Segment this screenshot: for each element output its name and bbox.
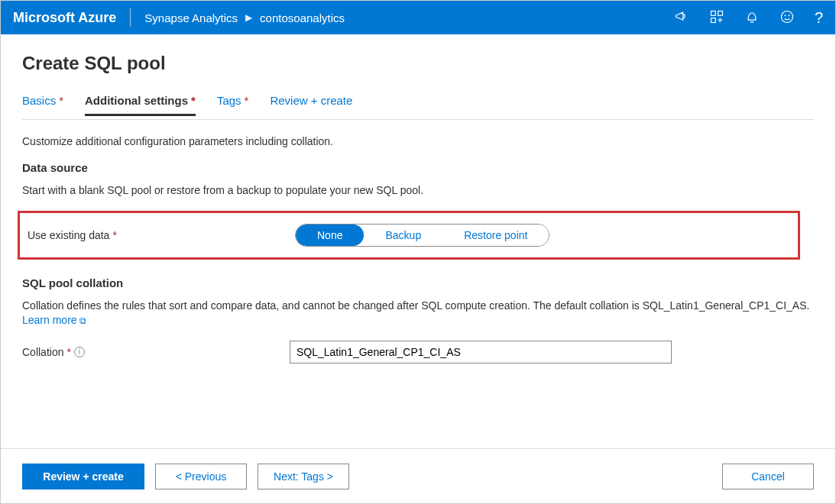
notifications-icon[interactable] xyxy=(744,9,760,27)
svg-rect-0 xyxy=(711,11,715,15)
directory-icon[interactable] xyxy=(709,9,724,27)
use-existing-data-selector: None Backup Restore point xyxy=(295,224,549,247)
svg-point-4 xyxy=(785,15,786,15)
collation-heading: SQL pool collation xyxy=(22,276,814,289)
breadcrumb: Synapse Analytics ▶ contosoanalytics xyxy=(144,11,345,24)
main-content: Create SQL pool Basics * Additional sett… xyxy=(1,34,835,448)
collation-text-body: Collation defines the rules that sort an… xyxy=(22,299,809,312)
required-marker: * xyxy=(66,346,70,358)
page-title: Create SQL pool xyxy=(22,53,814,74)
review-create-button[interactable]: Review + create xyxy=(22,464,144,489)
collation-row: Collation * i xyxy=(22,341,814,363)
option-none[interactable]: None xyxy=(296,225,364,246)
required-marker: * xyxy=(245,94,249,107)
svg-point-3 xyxy=(781,11,792,22)
svg-rect-1 xyxy=(718,11,723,15)
required-marker: * xyxy=(59,94,63,107)
use-existing-data-label: Use existing data * xyxy=(28,229,295,241)
required-marker: * xyxy=(191,94,196,107)
intro-text: Customize additional configuration param… xyxy=(22,135,814,147)
data-source-text: Start with a blank SQL pool or restore f… xyxy=(22,183,814,199)
announcements-icon[interactable] xyxy=(674,9,689,27)
feedback-icon[interactable] xyxy=(779,9,795,27)
use-existing-data-row: Use existing data * None Backup Restore … xyxy=(18,211,800,260)
tab-basics[interactable]: Basics * xyxy=(22,94,63,114)
info-icon[interactable]: i xyxy=(74,347,85,357)
breadcrumb-workspace[interactable]: contosoanalytics xyxy=(260,11,345,24)
top-bar: Microsoft Azure Synapse Analytics ▶ cont… xyxy=(1,1,835,34)
chevron-right-icon: ▶ xyxy=(245,12,252,23)
collation-text: Collation defines the rules that sort an… xyxy=(22,299,814,328)
field-label-text: Use existing data xyxy=(28,229,109,241)
previous-button[interactable]: < Previous xyxy=(155,464,247,489)
tab-additional-label: Additional settings xyxy=(85,94,188,107)
tab-tags[interactable]: Tags * xyxy=(217,94,249,114)
collation-label: Collation * i xyxy=(22,346,290,358)
collation-input[interactable] xyxy=(290,341,672,363)
divider xyxy=(130,8,131,27)
option-restore-point[interactable]: Restore point xyxy=(442,225,549,246)
wizard-footer: Review + create < Previous Next: Tags > … xyxy=(1,448,835,503)
tab-additional-settings[interactable]: Additional settings * xyxy=(85,94,196,116)
help-icon[interactable]: ? xyxy=(815,9,823,27)
breadcrumb-synapse[interactable]: Synapse Analytics xyxy=(144,11,238,24)
tab-tags-label: Tags xyxy=(217,94,241,107)
field-label-text: Collation xyxy=(22,346,63,358)
learn-more-link[interactable]: Learn more⧉ xyxy=(22,314,86,326)
tab-review-create[interactable]: Review + create xyxy=(270,94,352,114)
external-link-icon: ⧉ xyxy=(79,315,86,326)
required-marker: * xyxy=(112,229,116,241)
next-button[interactable]: Next: Tags > xyxy=(258,464,349,489)
cancel-button[interactable]: Cancel xyxy=(722,464,814,489)
brand-logo[interactable]: Microsoft Azure xyxy=(13,10,116,26)
tab-strip: Basics * Additional settings * Tags * Re… xyxy=(22,94,814,120)
tab-review-label: Review + create xyxy=(270,94,352,107)
svg-rect-2 xyxy=(711,18,715,22)
data-source-heading: Data source xyxy=(22,161,814,174)
option-backup[interactable]: Backup xyxy=(364,225,442,246)
tab-basics-label: Basics xyxy=(22,94,56,107)
learn-more-label: Learn more xyxy=(22,314,77,326)
svg-point-5 xyxy=(789,15,789,15)
